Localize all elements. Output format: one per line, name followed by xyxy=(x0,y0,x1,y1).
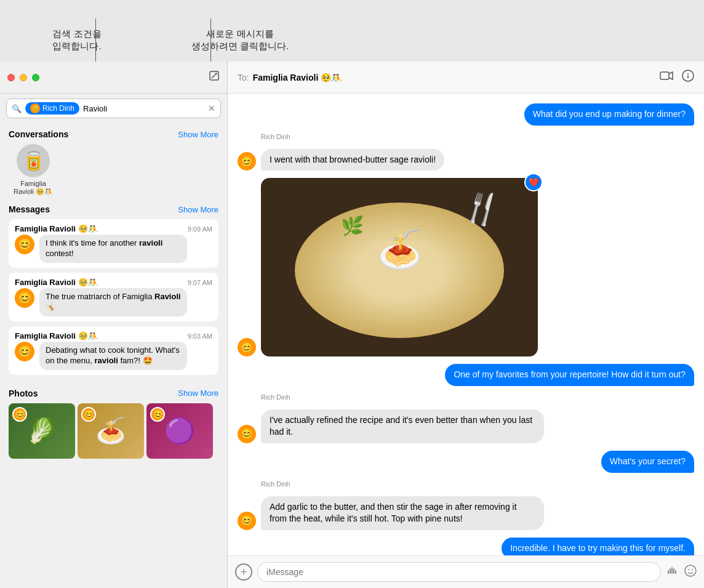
photo-thumb[interactable]: 🍝 😊 xyxy=(78,403,144,459)
conversations-title: Conversations xyxy=(9,129,68,139)
incoming-bubble: Add garlic to the butter, and then stir … xyxy=(261,496,544,530)
search-icon: 🔍 xyxy=(12,104,22,113)
svg-rect-5 xyxy=(660,72,669,79)
msg-preview: Debating what to cook tonight. What's on… xyxy=(39,342,187,370)
msg-time: 9:09 AM xyxy=(188,225,212,233)
photos-title: Photos xyxy=(9,389,38,398)
photos-grid: 🥬 😊 🍝 😊 🟣 😊 xyxy=(9,403,218,459)
messages-section: Messages Show More Famiglia Ravioli 🥺🤼 9… xyxy=(0,198,227,382)
msg-group-name: Famiglia Ravioli 🥺🤼 xyxy=(15,278,98,287)
chat-input-bar: + xyxy=(228,555,704,588)
chat-recipient: Famiglia Ravioli 🥺🤼 xyxy=(253,73,342,83)
message-row: Incredible. I have to try making this fo… xyxy=(238,538,694,555)
chat-actions xyxy=(660,70,694,85)
svg-line-1 xyxy=(212,76,214,78)
search-input[interactable] xyxy=(83,104,204,113)
message-row: What's your secret? xyxy=(238,451,694,473)
photos-section: Photos Show More 🥬 😊 🍝 😊 xyxy=(0,382,227,461)
msg-avatar: 😊 xyxy=(15,235,34,254)
video-call-button[interactable] xyxy=(660,70,673,85)
sender-name: Rich Dinh xyxy=(261,133,694,140)
annotation-search: 검색 조건을입력합니다. xyxy=(37,28,117,52)
chat-messages: What did you end up making for dinner? R… xyxy=(228,94,704,555)
message-row: 😊 I went with that browned-butter sage r… xyxy=(238,149,694,171)
svg-point-8 xyxy=(687,73,689,75)
msg-preview: I think it's time for another ravioli co… xyxy=(39,235,187,263)
outgoing-bubble: One of my favorites from your repertoire… xyxy=(445,364,694,386)
input-icons xyxy=(666,565,697,580)
minimize-button[interactable] xyxy=(20,74,27,81)
message-input[interactable] xyxy=(257,562,661,582)
search-bar[interactable]: 🔍 😊 Rich Dinh ✕ xyxy=(6,99,221,118)
emoji-button[interactable] xyxy=(684,565,697,580)
msg-avatar: 😊 xyxy=(15,288,34,308)
info-button[interactable] xyxy=(682,70,694,85)
maximize-button[interactable] xyxy=(32,74,39,81)
search-tag-avatar: 😊 xyxy=(30,103,40,113)
photos-show-more[interactable]: Show More xyxy=(178,389,218,398)
conversation-avatar: 🥫 xyxy=(17,144,50,177)
herb-emoji: 🌿 xyxy=(341,215,364,236)
reaction-badge: ❤️ xyxy=(524,173,543,191)
add-attachment-button[interactable]: + xyxy=(235,563,252,581)
compose-button[interactable] xyxy=(209,70,220,84)
msg-time: 9:07 AM xyxy=(188,279,212,286)
chat-avatar: 😊 xyxy=(238,425,256,443)
search-tag-name: Rich Dinh xyxy=(42,104,74,113)
search-tag: 😊 Rich Dinh xyxy=(25,102,79,115)
chat-panel: To: Famiglia Ravioli 🥺🤼 xyxy=(228,62,704,588)
chat-avatar: 😊 xyxy=(238,338,256,356)
message-row: One of my favorites from your repertoire… xyxy=(238,364,694,386)
message-result[interactable]: Famiglia Ravioli 🥺🤼 9:07 AM 😊 The true m… xyxy=(9,273,218,321)
food-image: 🍴 🍝 🌿 xyxy=(261,178,538,356)
message-row: 😊 Add garlic to the butter, and then sti… xyxy=(238,496,694,530)
svg-point-14 xyxy=(685,565,696,576)
search-clear-icon[interactable]: ✕ xyxy=(208,103,215,113)
photo-avatar: 😊 xyxy=(150,407,165,422)
message-row: 😊 I've actually refined the recipe and i… xyxy=(238,409,694,443)
photo-thumb[interactable]: 🟣 😊 xyxy=(146,403,213,459)
conversation-item[interactable]: 🥫 FamigliaRavioli 🥺🤼 xyxy=(9,144,218,196)
conversation-name: FamigliaRavioli 🥺🤼 xyxy=(14,180,53,196)
photo-avatar: 😊 xyxy=(12,407,27,422)
annotation-compose: 새로운 메시지를생성하려면 클릭합니다. xyxy=(172,28,308,52)
svg-point-16 xyxy=(692,569,693,570)
to-label: To: xyxy=(238,73,249,83)
message-row: What did you end up making for dinner? xyxy=(238,103,694,126)
close-button[interactable] xyxy=(7,74,15,81)
title-bar xyxy=(0,62,227,94)
message-result[interactable]: Famiglia Ravioli 🥺🤼 9:03 AM 😊 Debating w… xyxy=(9,326,218,375)
messages-title: Messages xyxy=(9,204,50,214)
audio-input-button[interactable] xyxy=(666,565,678,580)
sender-name: Rich Dinh xyxy=(261,393,694,401)
conversations-section: Conversations Show More 🥫 FamigliaRaviol… xyxy=(0,123,227,198)
photo-avatar: 😊 xyxy=(81,407,96,422)
conversations-show-more[interactable]: Show More xyxy=(178,130,218,139)
annotation-line-search xyxy=(95,18,96,62)
message-result[interactable]: Famiglia Ravioli 🥺🤼 9:09 AM 😊 I think it… xyxy=(9,219,218,268)
msg-group-name: Famiglia Ravioli 🥺🤼 xyxy=(15,331,98,340)
chat-avatar: 😊 xyxy=(238,512,256,530)
ravioli-emoji: 🍝 xyxy=(377,227,423,271)
outgoing-bubble: What did you end up making for dinner? xyxy=(524,103,694,126)
chat-header: To: Famiglia Ravioli 🥺🤼 xyxy=(228,62,704,94)
incoming-bubble: I've actually refined the recipe and it'… xyxy=(261,409,544,443)
sender-name: Rich Dinh xyxy=(261,480,694,488)
message-row-image: 😊 🍴 🍝 🌿 ❤️ xyxy=(238,178,694,356)
photo-thumb[interactable]: 🥬 😊 xyxy=(9,403,75,459)
messages-show-more[interactable]: Show More xyxy=(178,205,218,214)
outgoing-bubble: Incredible. I have to try making this fo… xyxy=(502,538,694,555)
outgoing-bubble: What's your secret? xyxy=(601,451,694,473)
annotation-line-compose xyxy=(210,18,211,62)
msg-avatar: 😊 xyxy=(15,342,34,361)
svg-point-15 xyxy=(688,569,689,570)
msg-time: 9:03 AM xyxy=(188,332,212,340)
msg-group-name: Famiglia Ravioli 🥺🤼 xyxy=(15,224,98,233)
chat-avatar: 😊 xyxy=(238,152,256,171)
incoming-bubble: I went with that browned-butter sage rav… xyxy=(261,149,444,171)
msg-preview: The true matriarch of Famiglia Ravioli 🤸 xyxy=(39,288,187,316)
